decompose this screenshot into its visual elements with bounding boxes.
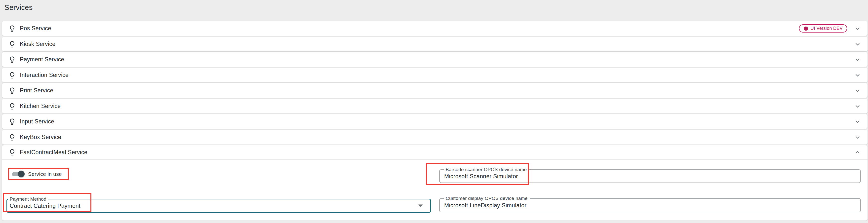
customer-display-field[interactable]: Customer display OPOS device name Micros… [439,198,861,212]
chevron-down-icon[interactable] [854,118,862,126]
lightbulb-icon [8,102,16,110]
service-row-kitchen[interactable]: Kitchen Service [2,99,868,114]
chevron-up-icon[interactable] [854,148,862,156]
service-row-keybox[interactable]: KeyBox Service [2,130,868,145]
service-row-kiosk[interactable]: Kiosk Service [2,37,868,52]
chevron-down-icon[interactable] [854,87,862,95]
ui-version-badge-label: UI Version DEV [811,26,843,31]
service-row-label: Pos Service [20,25,51,32]
service-row-input[interactable]: Input Service [2,114,868,129]
service-row-print[interactable]: Print Service [2,83,868,98]
barcode-scanner-field-value: Microsoft Scanner Simulator [444,173,518,180]
chevron-down-icon[interactable] [854,133,862,141]
lightbulb-icon [8,71,16,79]
toggle-thumb [18,170,25,177]
ui-version-badge: UI Version DEV [799,24,847,33]
lightbulb-icon [8,56,16,63]
lightbulb-icon [8,149,16,156]
toggle-label: Service in use [28,171,62,177]
service-in-use-toggle[interactable]: Service in use [12,170,62,178]
service-row-label: Print Service [20,87,53,94]
service-row-label: Payment Service [20,56,64,63]
barcode-scanner-field-label: Barcode scanner OPOS device name [444,167,529,172]
lightbulb-icon [8,87,16,94]
service-row-pos[interactable]: Pos Service UI Version DEV [2,21,868,36]
payment-method-select[interactable]: Payment Method Contract Catering Payment [6,199,431,213]
services-page: Services Pos Service UI Version DEV Kios… [0,0,868,223]
chevron-down-icon[interactable] [854,25,862,33]
service-row-label: Interaction Service [20,72,68,78]
service-row-label: KeyBox Service [20,134,61,140]
lightbulb-icon [8,134,16,141]
service-row-interaction[interactable]: Interaction Service [2,68,868,83]
service-row-payment[interactable]: Payment Service [2,52,868,67]
chevron-down-icon[interactable] [854,71,862,79]
lightbulb-icon [8,25,16,32]
chevron-down-icon[interactable] [854,56,862,64]
customer-display-field-value: Microsoft LineDisplay Simulator [444,202,526,209]
error-icon [803,26,808,31]
chevron-down-icon[interactable] [854,102,862,110]
toggle-switch[interactable] [12,170,25,178]
dropdown-arrow-icon[interactable] [418,204,423,207]
lightbulb-icon [8,40,16,48]
service-row-label: Kiosk Service [20,41,55,47]
page-title: Services [4,3,33,12]
service-row-label: Kitchen Service [20,103,61,109]
customer-display-field-label: Customer display OPOS device name [444,195,530,201]
payment-method-label: Payment Method [8,196,48,202]
service-row-fastcontractmeal[interactable]: FastContractMeal Service [2,145,868,160]
barcode-scanner-field[interactable]: Barcode scanner OPOS device name Microso… [439,169,861,183]
lightbulb-icon [8,118,16,125]
service-row-label: Input Service [20,118,54,125]
chevron-down-icon[interactable] [854,40,862,48]
payment-method-value: Contract Catering Payment [10,202,81,209]
service-row-label: FastContractMeal Service [20,149,88,156]
service-panel-fastcontractmeal: FastContractMeal Service Service in use … [2,145,868,221]
